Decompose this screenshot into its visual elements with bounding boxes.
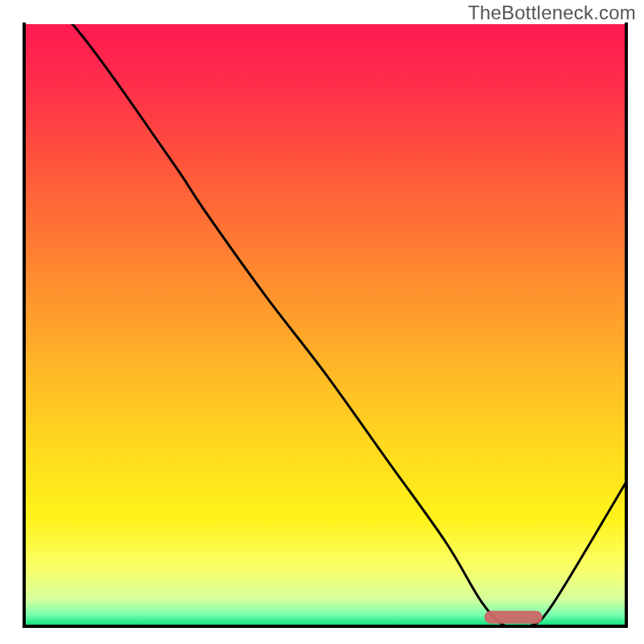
- watermark-text: TheBottleneck.com: [468, 2, 636, 24]
- bottleneck-chart: [0, 0, 644, 644]
- chart-container: { "watermark": "TheBottleneck.com", "cha…: [0, 0, 644, 644]
- gradient-background: [24, 24, 626, 626]
